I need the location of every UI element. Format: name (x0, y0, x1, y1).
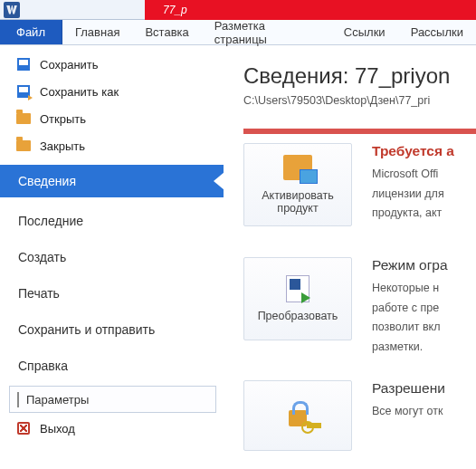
menu-options-label: Параметры (26, 393, 89, 407)
menu-exit-label: Выход (40, 422, 75, 436)
convert-row: Преобразовать Режим огра Некоторые н раб… (243, 257, 476, 355)
activation-row: Активировать продукт Требуется а Microso… (243, 132, 476, 226)
backstage-left-menu: Сохранить Сохранить как Открыть Закрыть … (0, 45, 224, 469)
menu-new[interactable]: Создать (0, 239, 224, 275)
menu-print[interactable]: Печать (0, 275, 224, 311)
menu-info-label: Сведения (18, 174, 76, 188)
menu-exit[interactable]: Выход (0, 415, 224, 442)
close-folder-icon (16, 139, 31, 153)
backstage-info-panel: Сведения: 77_priyon C:\Users\79503\Deskt… (224, 45, 476, 469)
menu-help[interactable]: Справка (0, 348, 224, 384)
document-tab[interactable]: 77_p (145, 0, 476, 20)
exit-icon (16, 421, 31, 436)
menu-options[interactable]: Параметры (9, 386, 216, 413)
menu-close-label: Закрыть (40, 139, 85, 153)
menu-save-as[interactable]: Сохранить как (0, 78, 224, 105)
open-folder-icon (16, 111, 31, 126)
menu-close[interactable]: Закрыть (0, 132, 224, 159)
permissions-row: Разрешени Все могут отк (243, 380, 476, 451)
backstage: Сохранить Сохранить как Открыть Закрыть … (0, 45, 476, 469)
protect-document-button[interactable] (243, 380, 352, 451)
menu-save-as-label: Сохранить как (40, 85, 119, 99)
convert-icon (283, 275, 312, 304)
convert-label: Преобразовать (258, 310, 338, 322)
lock-key-icon (283, 401, 312, 430)
convert-line2: работе с пре (372, 301, 448, 317)
save-icon (16, 57, 31, 72)
options-icon (17, 393, 19, 407)
menu-recent[interactable]: Последние (0, 203, 224, 239)
menu-save-send[interactable]: Сохранить и отправить (0, 311, 224, 348)
menu-open-label: Открыть (40, 112, 86, 126)
activation-heading: Требуется а (372, 143, 454, 159)
menu-save-label: Сохранить (40, 58, 99, 72)
info-title: Сведения: 77_priyon (243, 63, 476, 89)
tab-insert[interactable]: Вставка (132, 20, 201, 44)
activation-line1: Microsoft Offi (372, 167, 454, 183)
save-as-icon (16, 84, 31, 99)
menu-open[interactable]: Открыть (0, 105, 224, 132)
permissions-text: Разрешени Все могут отк (372, 380, 445, 420)
convert-button[interactable]: Преобразовать (243, 257, 352, 340)
tab-references[interactable]: Ссылки (331, 20, 398, 44)
activation-line3: продукта, акт (372, 206, 454, 222)
activate-icon (283, 155, 312, 184)
permissions-line1: Все могут отк (372, 404, 445, 420)
ribbon-tabs: Файл Главная Вставка Разметка страницы С… (0, 20, 476, 45)
permissions-heading: Разрешени (372, 380, 445, 397)
word-app-icon (4, 2, 20, 18)
activation-text: Требуется а Microsoft Offi лицензии для … (372, 143, 454, 222)
convert-line3: позволит вкл (372, 320, 448, 336)
convert-line1: Некоторые н (372, 281, 448, 297)
menu-info-selected[interactable]: Сведения (0, 165, 224, 197)
tab-file[interactable]: Файл (0, 20, 62, 44)
convert-line4: разметки. (372, 340, 448, 356)
activate-product-button[interactable]: Активировать продукт (243, 143, 352, 226)
convert-text: Режим огра Некоторые н работе с пре позв… (372, 257, 448, 355)
info-path: C:\Users\79503\Desktop\Дзен\77_pri (243, 94, 476, 107)
activate-label: Активировать продукт (250, 189, 346, 215)
convert-heading: Режим огра (372, 257, 448, 273)
activation-line2: лицензии для (372, 187, 454, 203)
tab-home[interactable]: Главная (62, 20, 132, 44)
titlebar: 77_p (0, 0, 476, 20)
menu-save[interactable]: Сохранить (0, 51, 224, 78)
tab-page-layout[interactable]: Разметка страницы (202, 20, 331, 44)
tab-mailings[interactable]: Рассылки (398, 20, 476, 44)
